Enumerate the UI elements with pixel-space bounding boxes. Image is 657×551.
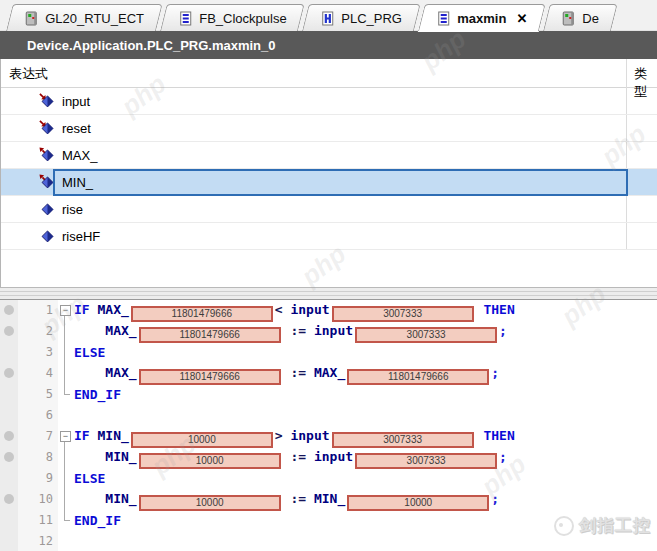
breakpoint-dot[interactable] xyxy=(4,305,14,315)
token-sem: ; xyxy=(491,365,499,380)
code-line-12[interactable]: 12 xyxy=(0,531,657,551)
expression-label: input xyxy=(62,94,90,109)
breakpoint-margin[interactable] xyxy=(0,447,18,468)
st-code-editor[interactable]: 1−IF MAX_11801479666< input3007333 THEN2… xyxy=(0,300,657,551)
tab-de[interactable]: De xyxy=(543,4,617,31)
table-row-riseHF[interactable]: riseHF xyxy=(1,223,657,250)
local-variable-icon xyxy=(39,201,56,217)
monitor-value-box: 10000 xyxy=(139,453,281,469)
tab-label: maxmin xyxy=(457,11,506,26)
table-row-MAX_[interactable]: MAX_ xyxy=(1,142,657,169)
line-number: 2 xyxy=(18,321,58,342)
code-line-3[interactable]: 3ELSE xyxy=(0,342,657,363)
code-line-11[interactable]: 11END_IF xyxy=(0,510,657,531)
token-id: MIN_ xyxy=(314,491,345,506)
local-variable-icon xyxy=(39,228,56,244)
breakpoint-margin[interactable] xyxy=(0,342,18,363)
splitter-ridge xyxy=(0,291,657,292)
whitespace xyxy=(306,491,314,506)
breakpoint-margin[interactable] xyxy=(0,405,18,426)
expression-label: reset xyxy=(62,121,91,136)
breakpoint-dot[interactable] xyxy=(4,494,14,504)
tab-inner: maxmin✕ xyxy=(422,5,541,31)
token-id: MAX_ xyxy=(314,365,345,380)
breakpoint-dot[interactable] xyxy=(4,368,14,378)
token-op: := xyxy=(290,491,306,506)
breakpoint-margin[interactable] xyxy=(0,363,18,384)
column-header-expression: 表达式 xyxy=(9,65,48,83)
code-text: IF MIN_10000> input3007333 THEN xyxy=(74,425,657,448)
token-kw: END_IF xyxy=(74,387,121,402)
breakpoint-margin[interactable] xyxy=(0,321,18,342)
table-row-MIN_[interactable]: MIN_ xyxy=(1,169,657,196)
whitespace xyxy=(74,323,105,338)
code-line-2[interactable]: 2 MAX_11801479666 := input3007333; xyxy=(0,321,657,342)
fold-margin xyxy=(58,489,74,510)
line-number: 7 xyxy=(18,426,58,447)
tab-inner: PLC_PRG xyxy=(306,5,416,31)
code-line-1[interactable]: 1−IF MAX_11801479666< input3007333 THEN xyxy=(0,300,657,321)
breakpoint-dot[interactable] xyxy=(4,452,14,462)
expression-label: rise xyxy=(62,202,83,217)
code-text: MAX_11801479666 := input3007333; xyxy=(74,320,657,343)
code-line-4[interactable]: 4 MAX_11801479666 := MAX_11801479666; xyxy=(0,363,657,384)
code-line-10[interactable]: 10 MIN_10000 := MIN_10000; xyxy=(0,489,657,510)
token-kw: ELSE xyxy=(74,345,105,360)
breakpoint-margin[interactable] xyxy=(0,531,18,551)
tab-inner: FB_Clockpulse xyxy=(164,5,300,31)
code-line-8[interactable]: 8 MIN_10000 := input3007333; xyxy=(0,447,657,468)
monitor-value-box: 11801479666 xyxy=(347,369,489,385)
code-line-6[interactable]: 6 xyxy=(0,405,657,426)
tab-label: GL20_RTU_ECT xyxy=(45,11,144,26)
breakpoint-margin[interactable] xyxy=(0,426,18,447)
splitter-ridge xyxy=(0,295,657,296)
token-op: < xyxy=(275,302,283,317)
line-number: 12 xyxy=(18,531,58,551)
breakpoint-margin[interactable] xyxy=(0,384,18,405)
tab-inner: De xyxy=(547,5,613,31)
token-kw: IF xyxy=(74,302,90,317)
tab-gl20_rtu_ect[interactable]: GL20_RTU_ECT xyxy=(6,4,162,31)
output-variable-icon xyxy=(39,174,56,190)
token-op: := xyxy=(290,323,306,338)
tab-maxmin[interactable]: maxmin✕ xyxy=(418,4,546,31)
monitor-value-box: 11801479666 xyxy=(139,327,281,343)
selected-cell-border xyxy=(53,169,628,196)
whitespace xyxy=(306,365,314,380)
code-line-9[interactable]: 9ELSE xyxy=(0,468,657,489)
line-number: 9 xyxy=(18,468,58,489)
declaration-table: 表达式 类型 inputresetMAX_MIN_riseriseHF xyxy=(0,59,657,287)
line-number: 1 xyxy=(18,300,58,321)
code-text: MAX_11801479666 := MAX_11801479666; xyxy=(74,362,657,385)
fold-margin xyxy=(58,363,74,384)
breakpoint-dot[interactable] xyxy=(4,326,14,336)
code-line-7[interactable]: 7−IF MIN_10000> input3007333 THEN xyxy=(0,426,657,447)
table-row-input[interactable]: input xyxy=(1,88,657,115)
table-row-rise[interactable]: rise xyxy=(1,196,657,223)
tab-plc_prg[interactable]: PLC_PRG xyxy=(302,4,420,31)
token-sem: ; xyxy=(491,491,499,506)
breakpoint-margin[interactable] xyxy=(0,510,18,531)
fold-margin: − xyxy=(58,300,74,321)
tab-label: PLC_PRG xyxy=(341,11,402,26)
fold-margin xyxy=(58,510,74,531)
document-icon xyxy=(178,11,193,26)
fold-margin xyxy=(58,342,74,363)
code-line-5[interactable]: 5END_IF xyxy=(0,384,657,405)
token-id: input xyxy=(290,302,329,317)
token-id: MAX_ xyxy=(105,323,136,338)
device-icon xyxy=(24,11,39,26)
token-op: := xyxy=(290,449,306,464)
table-row-reset[interactable]: reset xyxy=(1,115,657,142)
fold-collapse-icon[interactable]: − xyxy=(60,305,71,316)
breakpoint-margin[interactable] xyxy=(0,468,18,489)
breakpoint-dot[interactable] xyxy=(4,431,14,441)
table-rows: inputresetMAX_MIN_riseriseHF xyxy=(1,88,657,250)
breakpoint-margin[interactable] xyxy=(0,300,18,321)
tab-bar: GL20_RTU_ECTFB_ClockpulsePLC_PRGmaxmin✕D… xyxy=(0,0,657,31)
fold-collapse-icon[interactable]: − xyxy=(60,431,71,442)
panel-splitter[interactable] xyxy=(0,287,657,300)
tab-fb_clockpulse[interactable]: FB_Clockpulse xyxy=(160,4,305,31)
breakpoint-margin[interactable] xyxy=(0,489,18,510)
tab-close-icon[interactable]: ✕ xyxy=(516,11,527,26)
